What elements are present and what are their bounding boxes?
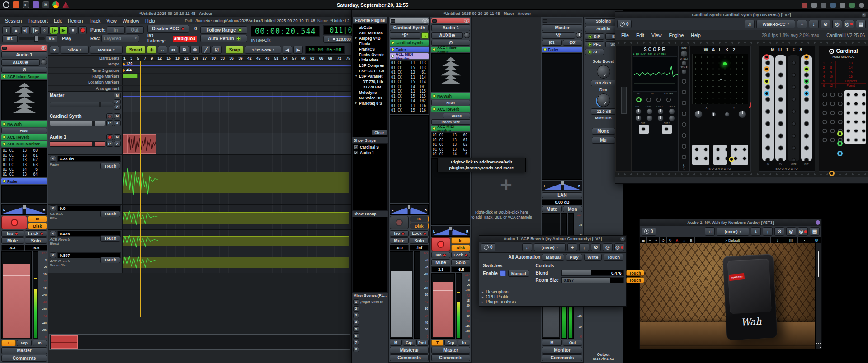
track-cardinal-content[interactable] xyxy=(123,112,351,133)
dim-knob[interactable] xyxy=(597,93,610,107)
lane-fader-header[interactable]: ✕3.33 dB Fader Touch xyxy=(48,155,123,204)
cable-end-lime[interactable] xyxy=(804,66,809,72)
volume-icon[interactable] xyxy=(811,3,817,8)
grab-tool-button[interactable]: ✛ xyxy=(147,46,156,54)
room-touch-button[interactable]: Touch xyxy=(626,277,644,283)
walk-jack-column[interactable] xyxy=(680,76,688,162)
audio-region[interactable] xyxy=(127,134,156,154)
enable-checkbox[interactable] xyxy=(500,270,506,276)
scope-ofst1-knob[interactable] xyxy=(646,115,653,121)
monitor-disk-button[interactable]: Disk xyxy=(28,223,47,229)
processor-box-empty[interactable] xyxy=(390,115,429,203)
gain-fader[interactable] xyxy=(431,273,455,339)
vst-ab-b[interactable]: B xyxy=(688,237,694,243)
plugin-list-item[interactable]: Fuchs Overdr xyxy=(353,52,387,57)
strip-name-button[interactable]: Cardinal Synth xyxy=(390,24,429,31)
mute-button[interactable]: Mute xyxy=(390,237,409,244)
summary-overview[interactable] xyxy=(49,334,350,350)
wah-titlebar[interactable]: Audio 1: NA Wah (by Nembrini Audio) [VST… xyxy=(640,219,821,226)
cardinal-titlebar[interactable]: Cardinal Synth: Cardinal Synth (by DISTR… xyxy=(615,12,868,18)
tempo-button[interactable]: ♩ = 120.000 xyxy=(323,36,355,43)
plugin-list-item[interactable]: ▾LSP Paramet xyxy=(353,74,387,79)
cable-end-orange[interactable] xyxy=(829,171,835,176)
pin-management-button[interactable]: ◎ xyxy=(798,227,808,236)
mute8-cv-column[interactable] xyxy=(775,55,787,161)
wah-scrollbar[interactable] xyxy=(815,243,821,349)
monitor-input-button[interactable]: In xyxy=(28,216,47,222)
meter-input-button[interactable]: In xyxy=(33,340,47,346)
menu-view[interactable]: View xyxy=(104,18,119,23)
menu-edit[interactable]: Edit xyxy=(51,18,65,23)
vst-ab-swap-icon[interactable]: ↔ xyxy=(680,237,688,243)
range-tool-button[interactable]: ⇔ xyxy=(158,46,167,54)
cable-end-blue[interactable] xyxy=(804,91,809,96)
cc-jack-grids[interactable] xyxy=(821,90,866,144)
monitor-button-small[interactable]: Mon xyxy=(563,206,583,212)
stretch-tool-button[interactable]: ⧉ xyxy=(179,46,189,54)
scope-thres-knob[interactable] xyxy=(669,108,675,115)
plugin-list-item[interactable]: Melodyne xyxy=(353,90,387,95)
pfl-button[interactable]: PFL xyxy=(585,41,604,47)
gain-display[interactable]: 3.3 xyxy=(1,245,24,251)
cardinal-playlist-button[interactable]: P xyxy=(106,120,113,126)
group-list[interactable] xyxy=(352,217,388,293)
record-button[interactable] xyxy=(78,26,87,34)
solo-boost-value[interactable]: 0.0 dB▾ xyxy=(591,80,616,86)
processor-fader[interactable]: Fader xyxy=(542,47,582,52)
cardinal-menu-view[interactable]: View xyxy=(648,33,665,38)
bypass-button[interactable]: ⊘ xyxy=(821,20,830,28)
cable-end-yellow[interactable] xyxy=(729,157,734,162)
cable-end-green[interactable] xyxy=(804,79,809,84)
peak-display[interactable]: -6.5 xyxy=(451,266,470,272)
go-start-button[interactable]: ◀| xyxy=(21,26,30,34)
trim-knob[interactable] xyxy=(464,32,470,38)
audio1-automation-button[interactable]: A xyxy=(114,141,121,147)
reverb-titlebar[interactable]: Audio 1: ACE Reverb (by Ardour Community… xyxy=(479,236,626,242)
ruler-bars-beats[interactable]: Bars:Beats 13579121518212427303336394245… xyxy=(48,56,351,61)
menu-transport[interactable]: Transport xyxy=(25,18,51,23)
record-mode-dropdown[interactable]: Layered▾ xyxy=(101,35,139,42)
save-preset-button[interactable]: ↓ xyxy=(763,227,773,236)
cc-jack-grid-right[interactable] xyxy=(844,90,866,144)
follow-range-button[interactable]: Follow Range xyxy=(200,26,247,34)
lane-mode-button[interactable]: Touch xyxy=(100,211,120,217)
ruler-range-markers[interactable]: Range Markers xyxy=(48,74,351,79)
master-automation-button[interactable]: A xyxy=(114,99,121,104)
trim-knob[interactable] xyxy=(41,59,47,65)
group-button[interactable]: Grp xyxy=(17,340,31,346)
scope-out1-jack[interactable] xyxy=(639,125,649,134)
disable-pdc-button[interactable]: Disable PDC xyxy=(147,25,189,33)
app-icon-orange[interactable] xyxy=(13,1,19,8)
lane-blend-header[interactable]: ✕0.476 ACE ReverbBlend Touch xyxy=(48,230,123,251)
auto-return-button[interactable]: Auto Return xyxy=(200,35,247,42)
automation-write-button[interactable]: Write xyxy=(584,254,602,261)
mixer-scene-row[interactable]: 3 xyxy=(353,312,387,318)
plugin-list-item[interactable]: NA Voice DC xyxy=(353,95,387,101)
scrollbar-handle[interactable] xyxy=(818,251,819,277)
vst-ab-a[interactable]: A xyxy=(674,237,681,243)
strip-record-bar[interactable] xyxy=(390,18,429,23)
cut-tool-button[interactable]: ✂ xyxy=(169,46,178,54)
automation-touch-button[interactable]: Touch xyxy=(604,254,623,261)
plugin-list-item[interactable]: LSP GOTT Co xyxy=(353,68,387,74)
record-arm-button[interactable] xyxy=(1,216,27,229)
processor-box-empty[interactable] xyxy=(1,185,47,203)
processor-led[interactable] xyxy=(433,127,436,130)
solo-iso-button[interactable]: Iso xyxy=(1,230,24,237)
lane-mode-button[interactable]: Touch xyxy=(100,257,120,263)
output-routing-button[interactable]: Master⊕ xyxy=(390,347,429,354)
sip-button[interactable]: SiP xyxy=(585,33,604,40)
loudness-button[interactable]: ◎ xyxy=(832,20,842,28)
pan-control[interactable]: LR xyxy=(1,204,47,215)
timer-button[interactable]: 0 xyxy=(481,243,495,251)
comments-button[interactable]: Comments xyxy=(1,355,47,362)
plugin-list-item[interactable]: LSP Compres xyxy=(353,63,387,68)
meter-point-button[interactable]: Post xyxy=(416,340,429,346)
module-walk2[interactable]: W A L K 2 XY BOGAUDIO xyxy=(689,46,751,172)
vst-power-button[interactable]: ⏼ xyxy=(811,237,821,243)
cut-tool-icon[interactable] xyxy=(821,3,826,8)
cardinal-gain-slider[interactable] xyxy=(50,121,105,126)
loudness-button[interactable]: ◎ xyxy=(603,243,613,251)
timer-button[interactable]: 0 xyxy=(617,20,632,28)
menu-session[interactable]: Session xyxy=(2,18,24,23)
